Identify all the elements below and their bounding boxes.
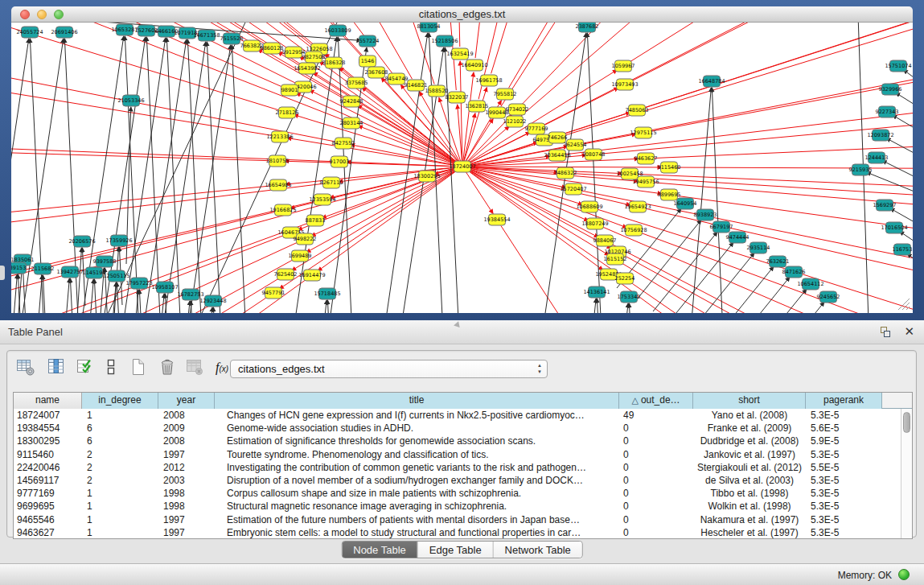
graph-node[interactable]: 10654112 [797, 278, 823, 290]
graph-node[interactable]: 9463627 [634, 153, 658, 164]
graph-node[interactable]: 9777169 [525, 123, 548, 134]
graph-node[interactable]: 116753 [893, 244, 913, 255]
graph-node[interactable]: 917003 [330, 156, 350, 167]
graph-node[interactable]: 7632621 [766, 256, 790, 267]
graph-node[interactable]: 2115682 [31, 263, 55, 274]
graph-node[interactable]: 2935114 [747, 242, 770, 253]
graph-node[interactable]: 8938923 [694, 209, 717, 220]
graph-node[interactable]: 98901 [281, 84, 298, 96]
column-header-title[interactable]: title [215, 393, 619, 409]
graph-node[interactable]: 9227343 [876, 106, 899, 117]
graph-node[interactable]: 12093872 [867, 130, 893, 141]
graph-node[interactable]: 20364456 [544, 150, 570, 161]
graph-node[interactable]: 20691406 [51, 27, 77, 38]
graph-node[interactable]: 16325419 [446, 48, 473, 60]
column-header-out_de[interactable]: △out_de… [619, 393, 693, 409]
graph-node[interactable]: 21053346 [117, 95, 144, 106]
table-row[interactable]: 969969511998Structural magnetic resonanc… [14, 500, 901, 513]
vertical-scrollbar[interactable] [901, 409, 912, 538]
graph-node[interactable]: 9115460 [658, 162, 681, 173]
graph-node[interactable]: 16640910 [461, 60, 487, 71]
graph-node[interactable]: 16914479 [298, 270, 325, 281]
graph-node[interactable]: 9474444 [726, 232, 749, 243]
graph-node[interactable]: 17359926 [105, 235, 132, 246]
table-row[interactable]: 1938455462009Genome-wide association stu… [14, 422, 901, 435]
graph-node[interactable]: 39153 [11, 262, 27, 274]
graph-node[interactable]: 2803144 [340, 117, 363, 129]
graph-node[interactable]: 19384554 [483, 214, 510, 225]
graph-node[interactable]: 19654923 [624, 201, 651, 212]
graph-node[interactable]: 1753342 [618, 291, 641, 303]
table-row[interactable]: 1872400712008Changes of HCN gene express… [14, 409, 901, 422]
graph-node[interactable]: 20206576 [68, 236, 95, 247]
memory-ok-light[interactable] [898, 569, 910, 580]
close-icon[interactable]: ✕ [904, 324, 914, 339]
graph-node[interactable]: 7955812 [494, 89, 517, 100]
graph-node[interactable]: 9457791 [262, 287, 285, 299]
graph-node[interactable]: 9245652 [817, 291, 840, 303]
table-row[interactable]: 1830029562008Estimation of significance … [14, 435, 901, 447]
column-chooser-icon[interactable] [46, 357, 67, 378]
graph-node[interactable]: 9899695 [658, 189, 681, 200]
graph-node[interactable]: 19495756 [632, 176, 659, 187]
table-row[interactable]: 977716911998Corpus callosum shape and si… [14, 487, 901, 500]
stacked-squares-icon[interactable] [101, 357, 121, 378]
graph-node[interactable]: 9498222 [294, 233, 317, 245]
network-canvas[interactable]: 2405572420691406106532871527602646616010… [11, 23, 913, 313]
graph-node[interactable]: 9884067 [593, 235, 617, 246]
graph-node[interactable]: 1699489 [289, 250, 312, 262]
column-header-pagerank[interactable]: pagerank [806, 393, 882, 409]
graph-node[interactable]: 8427552 [332, 138, 355, 149]
graph-node[interactable]: 7486322 [554, 167, 577, 179]
graph-node[interactable]: 1121022 [503, 116, 527, 127]
graph-node[interactable]: 9146821 [405, 80, 428, 91]
graph-node[interactable]: 16648784 [698, 76, 725, 87]
graph-node[interactable]: 7625402 [274, 269, 298, 280]
graph-node[interactable]: 15718485 [314, 288, 340, 299]
table-row[interactable]: 946554611997Estimation of the future num… [14, 513, 901, 526]
graph-node[interactable]: 1569297 [873, 200, 897, 211]
tab-network-table[interactable]: Network Table [494, 542, 582, 558]
graph-node[interactable]: 8322037 [446, 92, 469, 103]
graph-node[interactable]: 252254 [615, 273, 635, 284]
graph-node[interactable]: 16033809 [324, 25, 351, 36]
table-row[interactable]: 946362711997Embryonic stem cells: a mode… [14, 526, 901, 538]
citation-network-graph[interactable]: 2405572420691406106532871527602646616010… [11, 23, 913, 313]
tab-node-table[interactable]: Node Table [342, 542, 418, 558]
graph-node[interactable]: 7557224 [356, 35, 380, 47]
graph-node[interactable]: 9860128 [261, 43, 284, 54]
graph-node[interactable]: 12975115 [630, 127, 656, 138]
column-header-year[interactable]: year [158, 393, 215, 409]
panel-collapse-handle[interactable] [0, 266, 5, 280]
graph-node[interactable]: 12213386 [266, 131, 293, 142]
graph-node[interactable]: 15218506 [431, 35, 458, 47]
graph-node[interactable]: 10756928 [620, 225, 647, 236]
graph-node[interactable]: 12923448 [199, 295, 226, 307]
window-titlebar[interactable]: citations_edges.txt [11, 6, 913, 23]
graph-node[interactable]: 8267110 [320, 177, 343, 188]
graph-node[interactable]: 8471626 [782, 266, 806, 278]
graph-node[interactable]: 1145194 [83, 267, 106, 278]
tab-edge-table[interactable]: Edge Table [418, 542, 494, 558]
graph-node[interactable]: 17016504 [881, 222, 907, 233]
delete-trash-icon[interactable] [157, 357, 178, 378]
graph-node[interactable]: 1059967 [612, 60, 635, 72]
graph-node[interactable]: 14136141 [583, 286, 610, 298]
select-rows-icon[interactable] [75, 357, 96, 378]
table-row[interactable]: 911546021997Tourette syndrome. Phenomeno… [14, 448, 901, 461]
scrollbar-thumb[interactable] [903, 412, 910, 433]
graph-node[interactable]: 8186328 [322, 57, 346, 68]
graph-node[interactable]: 10958107 [151, 282, 178, 293]
import-table-disabled-icon[interactable] [184, 357, 205, 378]
table-row[interactable]: 2242004622012Investigating the contribut… [14, 461, 901, 474]
new-file-icon[interactable] [128, 357, 149, 378]
graph-node[interactable]: 16654985 [265, 179, 291, 191]
graph-node[interactable]: 1080748 [582, 149, 606, 160]
graph-node[interactable]: 9397588 [93, 256, 117, 267]
graph-node[interactable]: 8813054 [417, 23, 441, 32]
graph-node[interactable]: 1810755 [266, 155, 290, 167]
graph-node[interactable]: 14671358 [193, 30, 220, 41]
graph-node[interactable]: 16961758 [475, 75, 502, 86]
graph-node[interactable]: 9329966 [879, 84, 902, 95]
graph-node[interactable]: 19166825 [269, 204, 296, 216]
